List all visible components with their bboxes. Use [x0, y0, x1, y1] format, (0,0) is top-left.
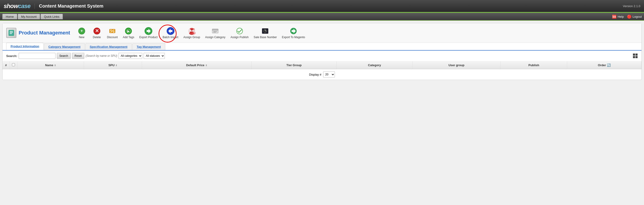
logo-case: case: [18, 2, 30, 9]
help-action[interactable]: 🆘 Help: [612, 14, 624, 19]
assign-group-icon: [188, 27, 196, 35]
new-label: New: [79, 36, 84, 39]
tab-spec-mgmt[interactable]: Specification Management: [86, 43, 132, 50]
navbar-tabs: Home My Account Quick Links: [2, 14, 63, 19]
spu-sort-icon[interactable]: ⇕: [115, 64, 117, 67]
logout-label: Logout: [632, 15, 642, 18]
nav-tab-quick-links[interactable]: Quick Links: [40, 14, 63, 19]
col-publish: Publish: [500, 61, 567, 69]
name-sort-icon[interactable]: ⇕: [54, 64, 56, 67]
assign-group-button[interactable]: Assign Group: [182, 26, 202, 40]
toolbar: Product Management + New ✕ Delete: [2, 23, 642, 43]
display-count-select[interactable]: 20 10 50 100: [323, 71, 335, 77]
svg-rect-1: [10, 31, 13, 32]
col-default-price[interactable]: Default Price ⇕: [142, 61, 251, 69]
search-bar: Search: Search Reset (Search by name or …: [2, 50, 642, 61]
delete-label: Delete: [93, 36, 101, 39]
batch-import-label: Batch Import: [163, 36, 178, 39]
assign-publish-button[interactable]: Assign Publish: [228, 26, 250, 40]
assign-category-button[interactable]: Assign Category: [203, 26, 227, 40]
assign-publish-label: Assign Publish: [230, 36, 248, 39]
product-icon-svg: [8, 30, 14, 36]
navbar-actions: 🆘 Help 🔴 Logout: [612, 14, 642, 19]
display-row: Display # 20 10 50 100: [2, 69, 642, 80]
tab-category-mgmt[interactable]: Category Management: [44, 43, 85, 50]
price-sort-icon[interactable]: ⇕: [205, 64, 207, 67]
help-label: Help: [618, 15, 624, 18]
svg-rect-2: [10, 32, 13, 33]
sale-base-number-label: Sale Base Number: [254, 36, 277, 39]
sale-base-number-icon: [261, 27, 269, 35]
reset-button[interactable]: Reset: [72, 53, 84, 59]
delete-button[interactable]: ✕ Delete: [90, 26, 104, 40]
nav-tab-my-account[interactable]: My Account: [18, 14, 40, 19]
svg-point-10: [110, 30, 112, 31]
col-order: Order 🔄: [567, 61, 642, 69]
select-all-checkbox[interactable]: [12, 63, 15, 66]
add-tags-icon: ▶: [124, 27, 132, 35]
new-button[interactable]: + New: [75, 26, 88, 40]
search-label: Search:: [6, 54, 17, 58]
display-label: Display #: [309, 73, 321, 76]
header-left: showcase Content Management System: [4, 2, 103, 10]
product-table: # Name ⇕ SPU ⇕ Default Price ⇕ Tier Grou…: [2, 61, 642, 69]
page-heading: Product Management: [19, 30, 70, 36]
table-header-row: # Name ⇕ SPU ⇕ Default Price ⇕ Tier Grou…: [2, 61, 642, 69]
discount-icon: [108, 27, 116, 35]
tab-product-info[interactable]: Product Information: [6, 43, 44, 50]
logout-icon: 🔴: [627, 14, 632, 19]
export-magento-label: Export To Magento: [282, 36, 305, 39]
svg-rect-40: [636, 56, 638, 58]
search-button[interactable]: Search: [57, 53, 71, 59]
new-icon: +: [78, 27, 86, 35]
svg-rect-3: [10, 33, 12, 34]
col-user-group: User group: [412, 61, 500, 69]
batch-import-icon: [166, 27, 175, 35]
svg-text:✕: ✕: [95, 28, 99, 33]
svg-rect-38: [636, 53, 638, 56]
category-filter[interactable]: All categories: [118, 53, 142, 59]
header-title: Content Management System: [34, 3, 103, 9]
discount-label: Discount: [107, 36, 118, 39]
assign-group-label: Assign Group: [184, 36, 200, 39]
help-icon: 🆘: [612, 14, 616, 19]
search-input[interactable]: [19, 53, 56, 59]
export-product-label: Export Product: [139, 36, 158, 39]
sale-base-number-button[interactable]: Sale Base Number: [252, 26, 279, 40]
delete-icon: ✕: [93, 27, 101, 35]
tabs-bar: Product Information Category Management …: [2, 43, 642, 50]
nav-tab-home[interactable]: Home: [2, 14, 17, 19]
logout-action[interactable]: 🔴 Logout: [627, 14, 642, 19]
logo: showcase: [4, 2, 30, 10]
col-spu[interactable]: SPU ⇕: [84, 61, 142, 69]
assign-category-icon: [211, 27, 219, 35]
main-panel: Product Management + New ✕ Delete: [2, 23, 642, 80]
tab-tag-mgmt[interactable]: Tag Management: [132, 43, 165, 50]
order-icon: 🔄: [607, 63, 611, 67]
export-product-icon: [144, 27, 152, 35]
header-version: Version 2.1.0: [623, 4, 640, 8]
svg-text:▶: ▶: [127, 29, 130, 33]
svg-rect-39: [633, 56, 635, 58]
status-filter[interactable]: All statuses: [144, 53, 165, 59]
export-magento-icon: [289, 27, 298, 35]
add-tags-label: Add Tags: [123, 36, 134, 39]
grid-view-button[interactable]: [633, 53, 638, 58]
batch-import-button[interactable]: Batch Import: [161, 26, 180, 40]
page-icon: [6, 28, 16, 38]
svg-rect-37: [633, 53, 635, 56]
col-tier-group: Tier Group: [251, 61, 336, 69]
export-magento-button[interactable]: Export To Magento: [280, 26, 307, 40]
discount-button[interactable]: Discount: [105, 26, 120, 40]
export-product-button[interactable]: Export Product: [138, 26, 159, 40]
col-checkbox: [10, 61, 17, 69]
col-name[interactable]: Name ⇕: [17, 61, 84, 69]
header: showcase Content Management System Versi…: [0, 0, 644, 12]
logo-show: show: [4, 2, 18, 9]
add-tags-button[interactable]: ▶ Add Tags: [121, 26, 136, 40]
assign-publish-icon: [236, 27, 244, 35]
svg-rect-26: [212, 29, 218, 30]
svg-text:+: +: [80, 28, 83, 33]
col-num: #: [2, 61, 10, 69]
assign-category-label: Assign Category: [205, 36, 225, 39]
